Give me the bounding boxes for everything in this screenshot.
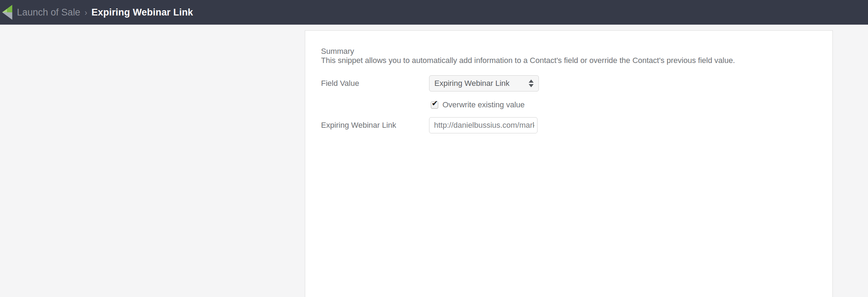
- app-header: Launch of Sale › Expiring Webinar Link: [0, 0, 868, 25]
- snippet-form: Field Value Expiring Webinar Link ✔ Over…: [321, 75, 817, 133]
- breadcrumb-campaign-link[interactable]: Launch of Sale: [17, 7, 80, 18]
- content-panel: Summary This snippet allows you to autom…: [305, 30, 833, 297]
- chevron-down-icon: [529, 84, 534, 87]
- overwrite-label: Overwrite existing value: [442, 100, 525, 109]
- breadcrumb-separator-icon: ›: [84, 7, 87, 18]
- field-value-select[interactable]: Expiring Webinar Link: [429, 75, 539, 91]
- webinar-link-input[interactable]: [429, 117, 537, 133]
- page-title: Expiring Webinar Link: [92, 7, 193, 18]
- chevron-up-icon: [529, 80, 534, 83]
- checkmark-icon: ✔: [432, 100, 438, 107]
- infusionsoft-logo-icon: [1, 4, 13, 20]
- summary-description: This snippet allows you to automatically…: [321, 56, 817, 65]
- overwrite-checkbox[interactable]: ✔: [431, 101, 438, 109]
- summary-title: Summary: [321, 47, 817, 56]
- field-value-selected-option: Expiring Webinar Link: [434, 79, 510, 88]
- field-value-label: Field Value: [321, 75, 429, 88]
- webinar-link-label: Expiring Webinar Link: [321, 117, 429, 130]
- select-stepper-icon: [529, 80, 534, 87]
- breadcrumb: Launch of Sale › Expiring Webinar Link: [17, 7, 193, 18]
- webinar-link-row: Expiring Webinar Link: [321, 117, 817, 133]
- overwrite-row: ✔ Overwrite existing value: [431, 100, 817, 109]
- field-value-row: Field Value Expiring Webinar Link: [321, 75, 817, 91]
